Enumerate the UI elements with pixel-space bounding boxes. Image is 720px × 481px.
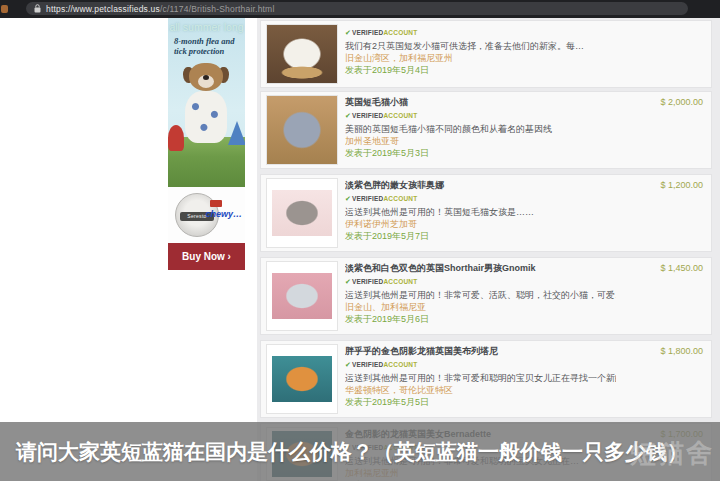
- listing-photo[interactable]: [266, 261, 338, 331]
- listing-description: 运送到其他州是可用的！英国短毛猫女孩是……: [345, 206, 616, 218]
- account-word: ACCOUNT: [383, 112, 417, 119]
- caption-text: 请问大家英短蓝猫在国内是什么价格？（英短蓝猫一般价钱一只多少钱）: [16, 438, 688, 466]
- cat-photo: [267, 25, 337, 83]
- listing-content: ✔VERIFIEDACCOUNT 我们有2只英国短发小猫可供选择，准备去他们的新…: [345, 25, 616, 76]
- ad-headline: all summer long: [168, 21, 245, 33]
- verified-badge: ✔VERIFIEDACCOUNT: [345, 274, 616, 287]
- screen: https://www.petclassifieds.us/c/1174/Bri…: [0, 0, 720, 481]
- picnic-item: [168, 125, 184, 151]
- listing-price: $ 1,450.00: [660, 263, 703, 273]
- ad-product-strip: Seresto chewy…: [168, 187, 245, 243]
- address-bar[interactable]: https://www.petclassifieds.us/c/1174/Bri…: [26, 2, 688, 15]
- listing-photo[interactable]: [266, 95, 338, 165]
- listing-price: $ 1,800.00: [660, 346, 703, 356]
- listing-date: 发表于2019年5月7日: [345, 230, 616, 242]
- verified-check-icon: ✔: [345, 278, 351, 285]
- listing-photo[interactable]: [266, 344, 338, 414]
- url-text: https://www.petclassifieds.us/c/1174/Bri…: [46, 4, 274, 14]
- ad-banner[interactable]: all summer long 8-month flea and tick pr…: [168, 17, 245, 270]
- account-word: ACCOUNT: [383, 278, 417, 285]
- url-path: /c/1174/British-Shorthair.html: [160, 4, 275, 14]
- listing-location[interactable]: 旧金山、加利福尼亚: [345, 301, 616, 313]
- listing-title[interactable]: 淡紫色胖的嫩女孩菲奥娜: [345, 179, 616, 191]
- verified-word: VERIFIED: [352, 361, 384, 368]
- verified-check-icon: ✔: [345, 112, 351, 119]
- chewy-logo: chewy…: [205, 209, 242, 219]
- listing-content: 淡紫色胖的嫩女孩菲奥娜 ✔VERIFIEDACCOUNT 运送到其他州是可用的！…: [345, 179, 616, 242]
- listing-content: 胖乎乎的金色阴影龙猫英国美布列塔尼 ✔VERIFIEDACCOUNT 运送到其他…: [345, 345, 616, 408]
- buy-now-button[interactable]: Buy Now ›: [168, 243, 245, 270]
- cat-photo: [272, 190, 332, 236]
- verified-check-icon: ✔: [345, 361, 351, 368]
- cat-photo: [272, 356, 332, 402]
- listing-title[interactable]: 胖乎乎的金色阴影龙猫英国美布列塔尼: [345, 345, 616, 357]
- listing-description: 我们有2只英国短发小猫可供选择，准备去他们的新家。每…: [345, 40, 616, 52]
- verified-check-icon: ✔: [345, 195, 351, 202]
- lock-icon: [34, 4, 41, 13]
- account-word: ACCOUNT: [383, 361, 417, 368]
- account-word: ACCOUNT: [383, 29, 417, 36]
- listing-description: 运送到其他州是可用的！非常可爱和聪明的宝贝女儿正在寻找一个新的家…: [345, 372, 616, 384]
- listing-content: 淡紫色和白色双色的英国Shorthair男孩Gnomik ✔VERIFIEDAC…: [345, 262, 616, 325]
- picnic-tent: [228, 121, 245, 145]
- listing-card[interactable]: 胖乎乎的金色阴影龙猫英国美布列塔尼 ✔VERIFIEDACCOUNT 运送到其他…: [260, 340, 712, 418]
- listing-date: 发表于2019年5月6日: [345, 313, 616, 325]
- listing-card[interactable]: 淡紫色和白色双色的英国Shorthair男孩Gnomik ✔VERIFIEDAC…: [260, 257, 712, 335]
- browser-chrome: https://www.petclassifieds.us/c/1174/Bri…: [0, 0, 720, 18]
- url-domain: https://www.petclassifieds.us: [46, 4, 160, 14]
- listing-price: $ 2,000.00: [660, 97, 703, 107]
- listing-description: 美丽的英国短毛猫小猫不同的颜色和从着名的基因线: [345, 123, 616, 135]
- verified-check-icon: ✔: [345, 29, 351, 36]
- verified-word: VERIFIED: [352, 278, 384, 285]
- extension-icon[interactable]: [1, 5, 8, 13]
- verified-word: VERIFIED: [352, 195, 384, 202]
- listing-location[interactable]: 华盛顿特区，哥伦比亚特区: [345, 384, 616, 396]
- listing-location[interactable]: 旧金山湾区，加利福尼亚州: [345, 52, 616, 64]
- verified-word: VERIFIED: [352, 112, 384, 119]
- ad-illustration: all summer long 8-month flea and tick pr…: [168, 17, 245, 187]
- verified-badge: ✔VERIFIEDACCOUNT: [345, 357, 616, 370]
- listing-photo[interactable]: [266, 24, 338, 84]
- listing-title[interactable]: 英国短毛猫小猫: [345, 96, 616, 108]
- verified-badge: ✔VERIFIEDACCOUNT: [345, 108, 616, 121]
- listing-location[interactable]: 加州圣地亚哥: [345, 135, 616, 147]
- listing-card[interactable]: 英国短毛猫小猫 ✔VERIFIEDACCOUNT 美丽的英国短毛猫小猫不同的颜色…: [260, 91, 712, 169]
- verified-badge: ✔VERIFIEDACCOUNT: [345, 191, 616, 204]
- listing-title[interactable]: 淡紫色和白色双色的英国Shorthair男孩Gnomik: [345, 262, 616, 274]
- listing-description: 运送到其他州是可用的！非常可爱、活跃、聪明，社交的小猫，可爱……: [345, 289, 616, 301]
- listing-card[interactable]: ✔VERIFIEDACCOUNT 我们有2只英国短发小猫可供选择，准备去他们的新…: [260, 20, 712, 88]
- caption-overlay: 请问大家英短蓝猫在国内是什么价格？（英短蓝猫一般价钱一只多少钱） 短猫舍: [0, 422, 720, 481]
- cat-photo: [272, 273, 332, 319]
- watermark-text: 短猫舍: [630, 436, 714, 471]
- verified-word: VERIFIED: [352, 29, 384, 36]
- listing-price: $ 1,200.00: [660, 180, 703, 190]
- listing-content: 英国短毛猫小猫 ✔VERIFIEDACCOUNT 美丽的英国短毛猫小猫不同的颜色…: [345, 96, 616, 159]
- ad-subheadline: 8-month flea and tick protection: [174, 36, 241, 56]
- listings-panel: ✔VERIFIEDACCOUNT 我们有2只英国短发小猫可供选择，准备去他们的新…: [257, 18, 720, 481]
- verified-badge: ✔VERIFIEDACCOUNT: [345, 25, 616, 38]
- listing-date: 发表于2019年5月3日: [345, 147, 616, 159]
- cat-photo: [267, 96, 337, 164]
- listing-photo[interactable]: [266, 178, 338, 248]
- listing-date: 发表于2019年5月5日: [345, 396, 616, 408]
- best-ribbon: [210, 200, 222, 207]
- listing-location[interactable]: 伊利诺伊州芝加哥: [345, 218, 616, 230]
- account-word: ACCOUNT: [383, 195, 417, 202]
- listing-card[interactable]: 淡紫色胖的嫩女孩菲奥娜 ✔VERIFIEDACCOUNT 运送到其他州是可用的！…: [260, 174, 712, 252]
- listing-date: 发表于2019年5月4日: [345, 64, 616, 76]
